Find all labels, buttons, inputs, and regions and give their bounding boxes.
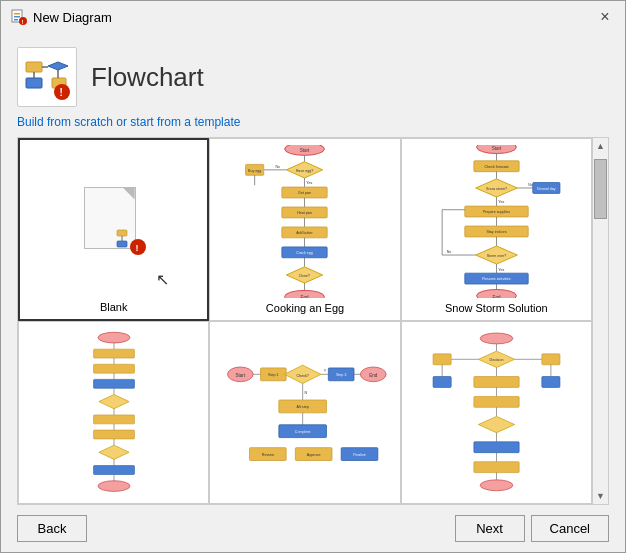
header-icon: ! <box>17 47 77 107</box>
svg-text:!: ! <box>22 19 24 25</box>
svg-text:!: ! <box>60 87 63 98</box>
cooking-preview: Start Have egg? No Buy egg Yes <box>216 145 393 298</box>
svg-text:Check forecast: Check forecast <box>484 165 508 169</box>
svg-rect-138 <box>542 354 560 365</box>
svg-text:End: End <box>301 295 310 298</box>
svg-rect-7 <box>26 78 42 88</box>
header-title: Flowchart <box>91 62 204 93</box>
template-grid: ! ↖ Blank Start <box>18 138 592 504</box>
svg-text:Review: Review <box>262 452 274 456</box>
cooking-label: Cooking an Egg <box>266 302 344 314</box>
template-item-cooking[interactable]: Start Have egg? No Buy egg Yes <box>209 138 400 321</box>
svg-rect-86 <box>93 364 134 373</box>
svg-rect-136 <box>433 377 451 388</box>
template-item-blank[interactable]: ! ↖ Blank <box>18 138 209 321</box>
svg-marker-96 <box>99 445 129 459</box>
dialog: ! New Diagram × ! Flowchart <box>0 0 626 553</box>
template6-svg: Decision <box>424 328 569 493</box>
svg-rect-148 <box>474 442 519 453</box>
template-item-6[interactable]: Decision <box>401 321 592 504</box>
title-bar-icon: ! <box>11 9 27 25</box>
scrollbar-track <box>593 154 608 488</box>
svg-rect-94 <box>93 430 134 439</box>
svg-text:Storm over?: Storm over? <box>486 254 506 258</box>
svg-text:Done?: Done? <box>300 274 311 278</box>
title-bar-left: ! New Diagram <box>11 9 112 25</box>
svg-text:Add butter: Add butter <box>297 231 314 235</box>
template-grid-area: ! ↖ Blank Start <box>17 137 609 505</box>
svg-text:Y: Y <box>324 369 327 373</box>
svg-rect-15 <box>117 230 127 236</box>
svg-text:End: End <box>492 295 501 298</box>
svg-rect-2 <box>14 16 20 18</box>
svg-text:Normal day: Normal day <box>537 187 556 191</box>
template4-svg <box>74 328 154 493</box>
svg-rect-3 <box>14 19 18 21</box>
svg-text:Prepare supplies: Prepare supplies <box>483 210 510 214</box>
svg-text:!: ! <box>135 243 138 253</box>
subtitle: Build from scratch or start from a templ… <box>1 115 625 137</box>
svg-rect-98 <box>93 466 134 475</box>
svg-rect-6 <box>26 62 42 72</box>
cursor-arrow: ↖ <box>156 270 169 289</box>
svg-text:Snow storm?: Snow storm? <box>486 187 507 191</box>
svg-text:Crack egg: Crack egg <box>297 251 313 255</box>
svg-point-100 <box>98 481 130 492</box>
svg-text:Step 1: Step 1 <box>269 373 280 377</box>
svg-rect-1 <box>14 13 20 15</box>
svg-text:No: No <box>276 165 281 169</box>
svg-point-82 <box>98 332 130 343</box>
flowchart-icon: ! <box>24 54 70 100</box>
svg-rect-16 <box>117 241 127 247</box>
svg-rect-140 <box>542 377 560 388</box>
svg-text:End: End <box>370 373 379 378</box>
svg-text:Decision: Decision <box>489 358 503 362</box>
blank-label: Blank <box>100 301 128 313</box>
svg-rect-92 <box>93 415 134 424</box>
svg-text:Get pan: Get pan <box>299 191 312 195</box>
cooking-svg: Start Have egg? No Buy egg Yes <box>232 145 377 298</box>
svg-marker-90 <box>99 395 129 409</box>
next-button[interactable]: Next <box>455 515 525 542</box>
svg-text:Approve: Approve <box>307 452 321 456</box>
svg-rect-142 <box>474 377 519 388</box>
scroll-down-button[interactable]: ▼ <box>593 488 609 504</box>
svg-rect-84 <box>93 349 134 358</box>
dialog-title: New Diagram <box>33 10 112 25</box>
close-button[interactable]: × <box>595 7 615 27</box>
cancel-button[interactable]: Cancel <box>531 515 609 542</box>
snow-label: Snow Storm Solution <box>445 302 548 314</box>
back-button[interactable]: Back <box>17 515 87 542</box>
template4-preview <box>25 328 202 493</box>
scrollbar-thumb[interactable] <box>594 159 607 219</box>
svg-text:Yes: Yes <box>307 181 313 185</box>
svg-text:Check?: Check? <box>297 374 309 378</box>
blank-preview: ! ↖ <box>26 146 201 297</box>
svg-rect-88 <box>93 379 134 388</box>
svg-text:No: No <box>528 183 533 187</box>
svg-text:Start: Start <box>492 146 502 151</box>
svg-text:Heat pan: Heat pan <box>298 211 313 215</box>
svg-text:Alt step: Alt step <box>297 405 309 409</box>
svg-text:N: N <box>305 391 308 395</box>
svg-marker-146 <box>478 416 514 432</box>
title-bar: ! New Diagram × <box>1 1 625 33</box>
template6-preview: Decision <box>408 328 585 493</box>
svg-text:Finalize: Finalize <box>354 452 367 456</box>
svg-text:Buy egg: Buy egg <box>249 169 262 173</box>
template5-svg: Start Step 1 Check? Y Step 2 End <box>222 346 387 476</box>
svg-point-129 <box>480 333 513 344</box>
svg-rect-144 <box>474 396 519 407</box>
snow-preview: Start Check forecast Snow storm? No Norm… <box>408 145 585 298</box>
scroll-up-button[interactable]: ▲ <box>593 138 609 154</box>
template-item-snow[interactable]: Start Check forecast Snow storm? No Norm… <box>401 138 592 321</box>
svg-text:Yes: Yes <box>498 268 504 272</box>
footer: Back Next Cancel <box>1 505 625 552</box>
svg-text:Resume activities: Resume activities <box>482 277 510 281</box>
svg-text:Start: Start <box>236 373 246 378</box>
template-item-4[interactable] <box>18 321 209 504</box>
scrollbar: ▲ ▼ <box>592 138 608 504</box>
svg-text:Yes: Yes <box>498 200 504 204</box>
svg-rect-150 <box>474 462 519 473</box>
template-item-5[interactable]: Start Step 1 Check? Y Step 2 End <box>209 321 400 504</box>
